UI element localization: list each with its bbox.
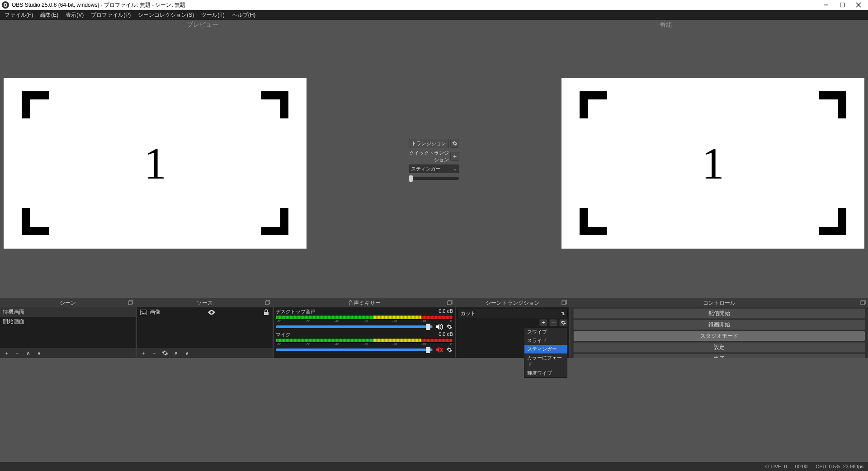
channel-settings-button[interactable] xyxy=(446,323,453,330)
scenes-title: シーン xyxy=(60,299,76,307)
audio-mixer-dock: 音声ミキサー デスクトップ音声0.0 dB -60-50-40-30-20-10… xyxy=(274,298,455,358)
svg-rect-3 xyxy=(840,3,844,7)
crop-corner-icon xyxy=(580,208,607,235)
main-area: プレビュー 1 トランジション クイックトランジション + スティンガー xyxy=(0,20,868,298)
menu-view[interactable]: 表示(V) xyxy=(63,10,86,20)
program-label: 番組 xyxy=(660,20,672,28)
tbar-slider[interactable] xyxy=(409,177,459,180)
svg-rect-12 xyxy=(264,312,269,315)
preview-content-number: 1 xyxy=(144,137,166,189)
add-source-button[interactable]: ＋ xyxy=(140,349,147,357)
quick-transition-select[interactable]: スティンガー ⌄ xyxy=(409,165,459,173)
svg-rect-9 xyxy=(265,301,269,305)
menu-tools[interactable]: ツール(T) xyxy=(198,10,227,20)
context-menu-item[interactable]: スティンガー xyxy=(524,345,567,353)
dock-popout-button[interactable] xyxy=(860,299,866,306)
sources-dock: ソース 画像 ＋ － ∧ ∨ xyxy=(137,298,273,358)
visibility-toggle-button[interactable] xyxy=(208,309,215,316)
program-canvas[interactable]: 1 xyxy=(561,78,864,249)
transition-select[interactable]: カット ⇅ xyxy=(458,309,568,318)
titlebar: OBS Studio 25.0.8 (64-bit, windows) - プロ… xyxy=(0,0,868,10)
audio-channel: マイク0.0 dB -60-50-40-30-20-100 xyxy=(274,330,455,353)
dock-popout-button[interactable] xyxy=(447,299,453,306)
transition-button[interactable]: トランジション xyxy=(409,139,449,148)
menubar: ファイル(F) 編集(E) 表示(V) プロファイル(P) シーンコレクション(… xyxy=(0,10,868,20)
scene-item[interactable]: 開始画面 xyxy=(0,317,136,326)
remove-transition-button[interactable]: − xyxy=(549,319,557,326)
crop-corner-icon xyxy=(261,91,288,118)
remove-scene-button[interactable]: － xyxy=(14,349,21,357)
plus-icon: + xyxy=(542,320,545,326)
move-scene-down-button[interactable]: ∨ xyxy=(35,349,42,357)
audio-meter xyxy=(276,338,453,343)
exit-button[interactable]: 終了 xyxy=(573,353,865,358)
add-transition-button[interactable]: + xyxy=(539,319,547,326)
transition-context-menu: スワイプ スライド スティンガー カラーにフェード 輝度ワイプ xyxy=(524,327,567,378)
studio-mode-button[interactable]: スタジオモード xyxy=(573,331,865,341)
minimize-button[interactable] xyxy=(823,2,829,8)
add-quick-transition-button[interactable]: + xyxy=(450,152,459,161)
add-scene-button[interactable]: ＋ xyxy=(3,349,10,357)
channel-settings-button[interactable] xyxy=(446,346,453,353)
controls-dock: コントロール 配信開始 録画開始 スタジオモード 設定 終了 xyxy=(571,298,868,358)
status-bar: LIVE: 0 00:00 CPU: 0.5%, 23.98 fps xyxy=(0,462,868,471)
volume-slider[interactable] xyxy=(276,325,433,328)
svg-point-1 xyxy=(5,4,6,6)
context-menu-item[interactable]: スワイプ xyxy=(524,328,567,336)
settings-button[interactable]: 設定 xyxy=(573,342,865,353)
dock-popout-button[interactable] xyxy=(561,299,567,306)
channel-db: 0.0 dB xyxy=(439,331,453,338)
source-item[interactable]: 画像 xyxy=(137,307,273,317)
chevron-updown-icon: ⇅ xyxy=(561,311,565,316)
menu-profile[interactable]: プロファイル(P) xyxy=(88,10,133,20)
window-title: OBS Studio 25.0.8 (64-bit, windows) - プロ… xyxy=(12,1,823,9)
scene-transitions-title: シーントランジション xyxy=(486,299,540,307)
start-streaming-button[interactable]: 配信開始 xyxy=(573,308,865,319)
svg-rect-7 xyxy=(128,301,132,305)
transition-settings-button[interactable] xyxy=(450,139,459,148)
chevron-down-icon: ⌄ xyxy=(453,166,457,171)
start-recording-button[interactable]: 録画開始 xyxy=(573,320,865,330)
image-source-icon xyxy=(140,309,147,316)
move-scene-up-button[interactable]: ∧ xyxy=(24,349,32,357)
meter-ticks: -60-50-40-30-20-100 xyxy=(276,320,453,323)
lock-toggle-button[interactable] xyxy=(263,309,270,316)
svg-rect-16 xyxy=(562,301,566,305)
menu-file[interactable]: ファイル(F) xyxy=(2,10,36,20)
context-menu-item[interactable]: スライド xyxy=(524,336,567,345)
quick-transition-label: クイックトランジション xyxy=(409,150,449,163)
svg-rect-18 xyxy=(861,301,864,305)
program-content-number: 1 xyxy=(702,137,724,189)
dock-popout-button[interactable] xyxy=(264,299,271,306)
status-live: LIVE: 0 xyxy=(765,464,787,469)
scene-transitions-dock: シーントランジション カット ⇅ + − スワイプ スライド スティンガー カラ… xyxy=(456,298,569,358)
close-button[interactable] xyxy=(855,2,862,8)
menu-scenecollection[interactable]: シーンコレクション(S) xyxy=(135,10,197,20)
channel-db: 0.0 dB xyxy=(439,308,453,315)
remove-source-button[interactable]: － xyxy=(151,349,158,357)
menu-help[interactable]: ヘルプ(H) xyxy=(229,10,259,20)
move-source-up-button[interactable]: ∧ xyxy=(172,349,179,357)
dock-popout-button[interactable] xyxy=(127,299,134,306)
transition-settings-button[interactable] xyxy=(559,319,567,326)
controls-title: コントロール xyxy=(703,299,736,307)
meter-ticks: -60-50-40-30-20-100 xyxy=(276,343,453,346)
slider-thumb-icon xyxy=(426,324,430,330)
context-menu-item[interactable]: カラーにフェード xyxy=(524,353,567,369)
volume-slider[interactable] xyxy=(276,349,433,351)
preview-label: プレビュー xyxy=(187,20,218,28)
menu-edit[interactable]: 編集(E) xyxy=(38,10,61,20)
preview-canvas[interactable]: 1 xyxy=(4,78,307,249)
scene-item[interactable]: 待機画面 xyxy=(0,307,136,317)
status-time: 00:00 xyxy=(795,464,808,469)
scenes-dock: シーン 待機画面 開始画面 ＋ － ∧ ∨ xyxy=(0,298,136,358)
mute-button[interactable] xyxy=(436,323,443,330)
source-properties-button[interactable] xyxy=(161,349,169,357)
crop-corner-icon xyxy=(819,91,846,118)
maximize-button[interactable] xyxy=(839,2,845,8)
slider-thumb-icon xyxy=(409,175,413,182)
app-logo-icon xyxy=(2,1,9,9)
mute-button[interactable] xyxy=(436,346,443,353)
context-menu-item[interactable]: 輝度ワイプ xyxy=(524,369,567,377)
move-source-down-button[interactable]: ∨ xyxy=(183,349,190,357)
